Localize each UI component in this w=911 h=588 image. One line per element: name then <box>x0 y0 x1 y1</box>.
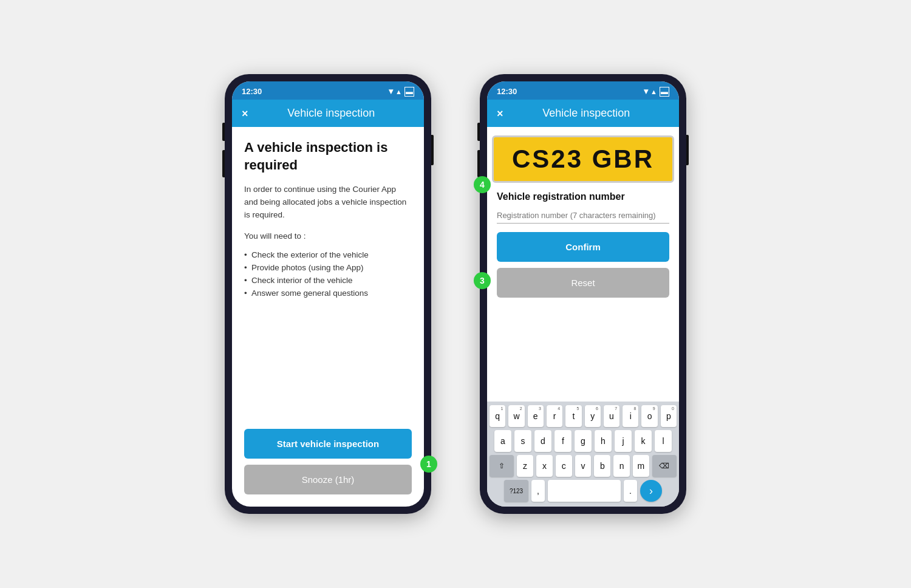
license-plate: CS23 GBR <box>492 135 674 183</box>
description-text: In order to continue using the Courier A… <box>244 183 412 222</box>
list-item: Answer some general questions <box>244 289 412 298</box>
status-time: 12:30 <box>242 87 262 96</box>
signal-icon <box>395 87 402 96</box>
key-j[interactable]: j <box>615 430 632 452</box>
battery-icon-2 <box>660 87 669 96</box>
key-w[interactable]: 2w <box>508 405 524 427</box>
main-heading: A vehicle inspection is required <box>244 139 412 174</box>
key-k[interactable]: k <box>635 430 652 452</box>
space-key[interactable] <box>548 480 621 502</box>
reset-button[interactable]: Reset <box>497 268 669 298</box>
phone2-content: CS23 GBR Vehicle registration number Con… <box>487 127 679 507</box>
keyboard: 1q 2w 3e 4r 5t 6y 7u 8i 9o 0p a s <box>487 402 679 507</box>
key-m[interactable]: m <box>633 455 649 477</box>
status-time-2: 12:30 <box>497 87 517 96</box>
start-inspection-button[interactable]: Start vehicle inspection <box>244 429 412 459</box>
go-key[interactable]: › <box>640 480 662 502</box>
keyboard-bottom-row: ?123 , . › <box>490 480 677 502</box>
power-button-2 <box>686 135 689 165</box>
keyboard-row-3: ⇧ z x c v b n m ⌫ <box>490 455 677 477</box>
app-footer: Start vehicle inspection Snooze (1hr) <box>232 422 424 507</box>
reg-label: Vehicle registration number <box>497 191 669 202</box>
app-title: Vehicle inspection <box>248 107 414 120</box>
close-button-2[interactable]: × <box>497 108 503 119</box>
key-u[interactable]: 7u <box>604 405 619 427</box>
status-icons-2 <box>644 86 669 96</box>
app-content: A vehicle inspection is required In orde… <box>232 127 424 366</box>
volume-down-button <box>222 150 225 177</box>
requirements-label: You will need to : <box>244 231 412 241</box>
confirm-button[interactable]: Confirm <box>497 232 669 262</box>
key-l[interactable]: l <box>655 430 672 452</box>
power-button <box>431 135 434 165</box>
volume-up-button-2 <box>477 123 480 141</box>
volume-up-button <box>222 123 225 141</box>
reg-input-wrapper <box>497 210 669 224</box>
app-header-2: × Vehicle inspection <box>487 100 679 127</box>
status-bar-2: 12:30 <box>487 81 679 100</box>
registration-section: Vehicle registration number Confirm Rese… <box>487 191 679 298</box>
snooze-button[interactable]: Snooze (1hr) <box>244 465 412 494</box>
key-h[interactable]: h <box>595 430 612 452</box>
signal-icon-2 <box>650 87 657 96</box>
key-x[interactable]: x <box>536 455 553 477</box>
list-item: Provide photos (using the App) <box>244 263 412 272</box>
badge-1: 1 <box>420 456 437 473</box>
key-z[interactable]: z <box>517 455 533 477</box>
key-o[interactable]: 9o <box>641 405 657 427</box>
key-s[interactable]: s <box>514 430 531 452</box>
key-n[interactable]: n <box>613 455 630 477</box>
battery-icon <box>404 87 414 96</box>
key-q[interactable]: 1q <box>490 405 505 427</box>
key-t[interactable]: 5t <box>565 405 581 427</box>
keyboard-row-1: 1q 2w 3e 4r 5t 6y 7u 8i 9o 0p <box>490 405 677 427</box>
key-g[interactable]: g <box>575 430 592 452</box>
status-bar: 12:30 <box>232 81 424 100</box>
plate-text: CS23 GBR <box>503 145 663 174</box>
phone1-frame: 12:30 × Vehicle inspection A vehicle ins… <box>225 74 431 514</box>
requirements-list: Check the exterior of the vehicle Provid… <box>244 250 412 298</box>
key-e[interactable]: 3e <box>528 405 544 427</box>
key-r[interactable]: 4r <box>547 405 562 427</box>
key-b[interactable]: b <box>594 455 610 477</box>
key-f[interactable]: f <box>554 430 572 452</box>
close-button[interactable]: × <box>242 108 248 119</box>
key-v[interactable]: v <box>575 455 592 477</box>
comma-key[interactable]: , <box>531 480 545 502</box>
phone2-screen: 12:30 × Vehicle inspection CS23 GBR <box>487 81 679 507</box>
phone1-wrapper: 12:30 × Vehicle inspection A vehicle ins… <box>225 74 431 514</box>
shift-key[interactable]: ⇧ <box>490 455 514 477</box>
key-c[interactable]: c <box>556 455 572 477</box>
key-i[interactable]: 8i <box>623 405 638 427</box>
volume-down-button-2 <box>477 150 480 177</box>
badge-3: 3 <box>474 272 491 289</box>
key-y[interactable]: 6y <box>585 405 601 427</box>
phone2-frame: 12:30 × Vehicle inspection CS23 GBR <box>480 74 686 514</box>
backspace-key[interactable]: ⌫ <box>652 455 677 477</box>
app-title-2: Vehicle inspection <box>503 107 669 120</box>
key-a[interactable]: a <box>494 430 511 452</box>
phone1-screen: 12:30 × Vehicle inspection A vehicle ins… <box>232 81 424 507</box>
reg-input[interactable] <box>497 211 669 220</box>
list-item: Check interior of the vehicle <box>244 276 412 285</box>
keyboard-row-2: a s d f g h j k l <box>490 430 677 452</box>
app-header: × Vehicle inspection <box>232 100 424 127</box>
period-key[interactable]: . <box>624 480 637 502</box>
status-icons <box>389 86 414 96</box>
badge-4: 4 <box>474 176 491 193</box>
key-p[interactable]: 0p <box>661 405 677 427</box>
list-item: Check the exterior of the vehicle <box>244 250 412 259</box>
key-d[interactable]: d <box>534 430 551 452</box>
symbols-key[interactable]: ?123 <box>504 480 528 502</box>
wifi-icon-2 <box>644 86 648 96</box>
phone2-wrapper: 12:30 × Vehicle inspection CS23 GBR <box>480 74 686 514</box>
wifi-icon <box>389 86 393 96</box>
